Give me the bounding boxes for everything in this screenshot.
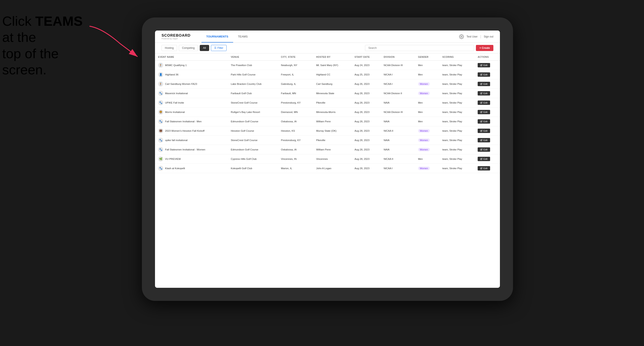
event-name-text: Fall Statesmen Invitational - Men — [165, 120, 202, 123]
cell-city: Prestonsburg, KY — [278, 136, 313, 145]
all-button[interactable]: All — [200, 45, 209, 51]
tab-teams[interactable]: TEAMS — [233, 31, 252, 42]
filter-button[interactable]: ☰ Filter — [211, 45, 226, 51]
hosting-button[interactable]: Hosting — [162, 45, 177, 51]
cell-hosted-by: Mt. Saint Mary (NY) — [313, 61, 352, 70]
table-row: 🦁 Morris Invitational Ruttger's Bay Lake… — [155, 108, 500, 117]
create-button[interactable]: + Create — [476, 45, 493, 51]
cell-venue: StoneCrest Golf Course — [228, 136, 278, 145]
edit-button[interactable]: Edit — [478, 166, 490, 171]
edit-icon — [480, 102, 482, 104]
cell-city: Oskaloosa, IA — [278, 117, 313, 126]
edit-icon — [480, 120, 482, 123]
tablet-device: SCOREBOARD Powered by clippit TOURNAMENT… — [142, 17, 513, 301]
event-icon: 🐾 — [158, 100, 163, 105]
cell-hosted-by: Murray State (OK) — [313, 126, 352, 136]
edit-icon — [480, 92, 482, 94]
event-name-text: Fall Statesmen Invitational - Women — [165, 148, 206, 151]
cell-start-date: Aug 24, 2023 — [352, 61, 381, 70]
col-division: DIVISION — [380, 53, 415, 61]
search-input[interactable] — [365, 45, 474, 51]
cell-hosted-by: Vincennes — [313, 154, 352, 164]
table-row: 🐾 Klash at Kokopelli Kokopelli Golf Club… — [155, 164, 500, 173]
event-icon: 🏌 — [158, 81, 163, 87]
cell-division: NICAA II — [380, 154, 415, 164]
event-icon: 🐾 — [158, 166, 163, 171]
edit-button[interactable]: Edit — [478, 91, 490, 96]
nav-signout[interactable]: Sign out — [484, 35, 493, 38]
cell-division: NICAA I — [380, 164, 415, 173]
cell-scoring: team, Stroke Play — [439, 98, 474, 108]
col-venue: VENUE — [228, 53, 278, 61]
cell-gender: Men — [415, 70, 439, 79]
table-row: 🐻 2023 Women's Hesston Fall Kickoff Hess… — [155, 126, 500, 136]
cell-scoring: team, Stroke Play — [439, 164, 474, 173]
edit-button[interactable]: Edit — [478, 119, 490, 124]
event-icon: 🐾 — [158, 119, 163, 124]
edit-button[interactable]: Edit — [478, 82, 490, 86]
competing-button[interactable]: Competing — [179, 45, 198, 51]
logo-area: SCOREBOARD Powered by clippit — [162, 33, 190, 40]
cell-actions: Edit — [474, 136, 500, 145]
cell-event-name: 🦁 Morris Invitational — [155, 108, 228, 117]
col-actions: ACTIONS — [474, 53, 500, 61]
cell-start-date: Aug 28, 2023 — [352, 154, 381, 164]
table-row: 🐾 upike fall invitational StoneCrest Gol… — [155, 136, 500, 145]
nav-right: Test User | Sign out — [459, 34, 493, 39]
cell-city: Faribault, MN — [278, 89, 313, 98]
cell-gender: Women — [415, 145, 439, 154]
event-name-text: Carl Sandburg Women FA23 — [165, 83, 197, 85]
cell-division: NCAA Division III — [380, 61, 415, 70]
toolbar: Hosting Competing All ☰ Filter + Create — [155, 43, 500, 53]
cell-division: NCAA Division III — [380, 108, 415, 117]
edit-button[interactable]: Edit — [478, 101, 490, 105]
table-row: 🐾 Fall Statesmen Invitational - Men Edmu… — [155, 117, 500, 126]
cell-venue: Edmundson Golf Course — [228, 145, 278, 154]
col-city-state: CITY, STATE — [278, 53, 313, 61]
event-name-text: MSMC Qualifying 1 — [165, 64, 187, 66]
cell-scoring: team, Stroke Play — [439, 61, 474, 70]
cell-city: Prestonsburg, KY — [278, 98, 313, 108]
cell-venue: Ruttger's Bay Lake Resort — [228, 108, 278, 117]
cell-start-date: Aug 25, 2023 — [352, 70, 381, 79]
cell-event-name: 🏌 MSMC Qualifying 1 — [155, 61, 228, 70]
cell-scoring: team, Stroke Play — [439, 79, 474, 89]
cell-venue: Hesston Golf Course — [228, 126, 278, 136]
cell-scoring: team, Stroke Play — [439, 117, 474, 126]
gender-badge: Men — [418, 158, 423, 160]
cell-actions: Edit — [474, 70, 500, 79]
cell-gender: Men — [415, 117, 439, 126]
table-header-row: EVENT NAME VENUE CITY, STATE HOSTED BY S… — [155, 53, 500, 61]
cell-gender: Women — [415, 89, 439, 98]
edit-icon — [480, 167, 482, 170]
cell-city: Hesston, KS — [278, 126, 313, 136]
edit-button[interactable]: Edit — [478, 147, 490, 152]
edit-button[interactable]: Edit — [478, 110, 490, 114]
edit-button[interactable]: Edit — [478, 63, 490, 67]
settings-icon[interactable] — [459, 34, 464, 39]
edit-button[interactable]: Edit — [478, 129, 490, 133]
cell-gender: Men — [415, 154, 439, 164]
cell-venue: Lake Bracken Country Club — [228, 79, 278, 89]
event-name-text: upike fall invitational — [165, 139, 188, 142]
cell-actions: Edit — [474, 154, 500, 164]
tournaments-table: EVENT NAME VENUE CITY, STATE HOSTED BY S… — [155, 53, 500, 173]
event-name-text: Morris Invitational — [165, 111, 185, 113]
instruction-text: Click TEAMS at thetop of the screen. — [2, 13, 94, 78]
gender-badge: Women — [418, 148, 430, 151]
table-row: 🌿 VU PREVIEW Cypress Hills Golf Club Vin… — [155, 154, 500, 164]
tab-tournaments[interactable]: TOURNAMENTS — [202, 31, 233, 42]
table-row: 👤 Highland 36 Park Hills Golf Course Fre… — [155, 70, 500, 79]
edit-button[interactable]: Edit — [478, 157, 490, 161]
cell-actions: Edit — [474, 126, 500, 136]
cell-event-name: 🐾 Fall Statesmen Invitational - Women — [155, 145, 228, 154]
cell-hosted-by: William Penn — [313, 145, 352, 154]
edit-button[interactable]: Edit — [478, 72, 490, 77]
gender-badge: Women — [418, 92, 430, 95]
cell-venue: Park Hills Golf Course — [228, 70, 278, 79]
cell-actions: Edit — [474, 145, 500, 154]
cell-event-name: 👤 Highland 36 — [155, 70, 228, 79]
cell-hosted-by: John A Logan — [313, 164, 352, 173]
edit-button[interactable]: Edit — [478, 138, 490, 142]
gender-badge: Men — [418, 101, 423, 104]
